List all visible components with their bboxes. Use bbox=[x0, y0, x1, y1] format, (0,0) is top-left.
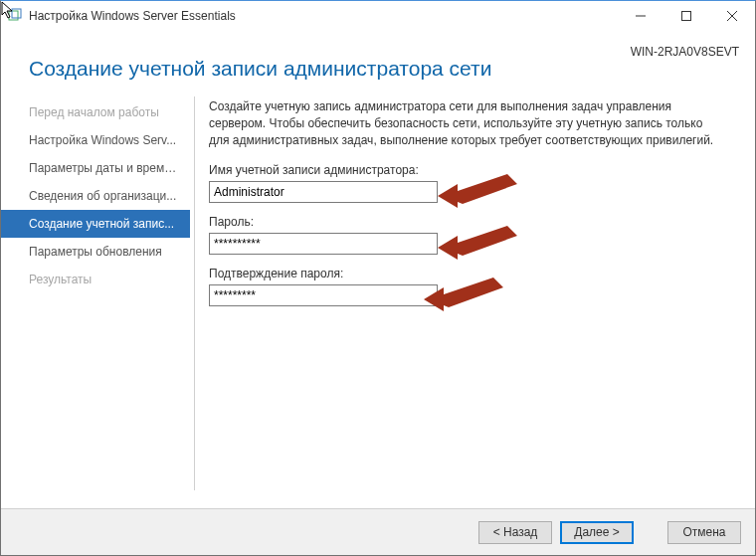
sidebar-item-results[interactable]: Результаты bbox=[1, 266, 190, 293]
close-button[interactable] bbox=[709, 1, 755, 31]
sidebar-item-create-account[interactable]: Создание учетной запис... bbox=[1, 210, 190, 238]
cancel-button[interactable]: Отмена bbox=[667, 521, 741, 544]
sidebar-item-before-start[interactable]: Перед началом работы bbox=[1, 98, 190, 126]
svg-rect-0 bbox=[9, 11, 18, 20]
svg-rect-3 bbox=[682, 12, 691, 21]
window-title: Настройка Windows Server Essentials bbox=[29, 9, 236, 23]
confirm-password-label: Подтверждение пароля: bbox=[209, 267, 731, 280]
hostname-label: WIN-2RJA0V8SEVT bbox=[631, 45, 739, 59]
confirm-password-input[interactable] bbox=[209, 284, 438, 306]
sidebar-item-date-time[interactable]: Параметры даты и време... bbox=[1, 154, 190, 182]
password-label: Пароль: bbox=[209, 215, 731, 229]
next-button[interactable]: Далее > bbox=[560, 521, 634, 544]
back-button[interactable]: < Назад bbox=[478, 521, 552, 544]
wizard-footer: < Назад Далее > Отмена bbox=[1, 508, 755, 555]
sidebar-item-configure-wse[interactable]: Настройка Windows Serv... bbox=[1, 126, 190, 154]
app-icon bbox=[7, 8, 23, 24]
description-text: Создайте учетную запись администратора с… bbox=[209, 98, 726, 149]
wizard-steps-sidebar: Перед началом работы Настройка Windows S… bbox=[1, 93, 190, 502]
admin-name-label: Имя учетной записи администратора: bbox=[209, 163, 731, 177]
maximize-button[interactable] bbox=[663, 1, 709, 31]
sidebar-item-update-settings[interactable]: Параметры обновления bbox=[1, 238, 190, 266]
titlebar: Настройка Windows Server Essentials bbox=[1, 1, 755, 31]
admin-name-input[interactable] bbox=[209, 181, 438, 203]
vertical-separator bbox=[194, 96, 195, 490]
sidebar-item-org-info[interactable]: Сведения об организаци... bbox=[1, 182, 190, 210]
password-input[interactable] bbox=[209, 233, 438, 255]
page-heading: Создание учетной записи администратора с… bbox=[1, 31, 755, 87]
content-area: Создайте учетную запись администратора с… bbox=[199, 93, 741, 502]
svg-rect-1 bbox=[12, 9, 21, 18]
minimize-button[interactable] bbox=[618, 1, 663, 31]
